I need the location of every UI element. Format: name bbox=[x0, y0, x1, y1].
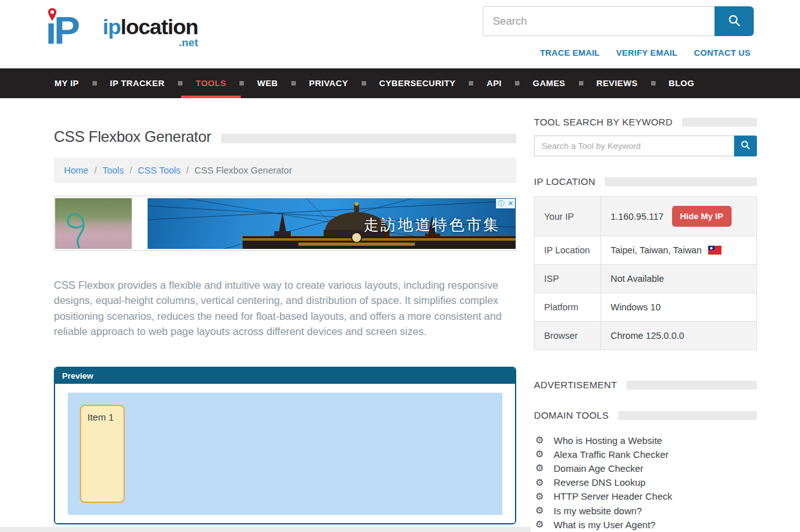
list-item[interactable]: ⚙Alexa Traffic Rank Checker bbox=[534, 447, 757, 461]
isp-value: Not Available bbox=[601, 265, 757, 293]
trace-email-link[interactable]: TRACE EMAIL bbox=[540, 48, 599, 58]
preview-panel-body: Item 1 bbox=[55, 384, 515, 523]
ip-location-table: Your IP 1.160.95.117 Hide My IP IP Locat… bbox=[534, 196, 757, 350]
breadcrumb-tools[interactable]: Tools bbox=[103, 165, 124, 175]
ad-banner[interactable]: 走訪地道特色市集 ⓘ ✕ bbox=[54, 196, 516, 251]
ad-close-icon[interactable]: ✕ bbox=[505, 199, 515, 208]
contact-us-link[interactable]: CONTACT US bbox=[694, 48, 751, 58]
table-row: ISP Not Available bbox=[535, 265, 757, 293]
nav-separator bbox=[651, 81, 656, 86]
verify-email-link[interactable]: VERIFY EMAIL bbox=[616, 48, 678, 58]
flexbox-preview-item[interactable]: Item 1 bbox=[80, 405, 125, 503]
heading-decorative-bar bbox=[605, 177, 757, 186]
search-icon bbox=[728, 14, 741, 29]
nav-separator bbox=[239, 81, 244, 86]
gear-icon: ⚙ bbox=[534, 462, 545, 474]
tool-search-input[interactable] bbox=[534, 136, 734, 156]
heading-decorative-bar bbox=[682, 118, 757, 127]
logo-word-net: .net bbox=[103, 37, 198, 49]
tool-description: CSS Flexbox provides a flexible and intu… bbox=[54, 277, 516, 339]
ad-image-building[interactable]: 走訪地道特色市集 ⓘ ✕ bbox=[148, 198, 516, 249]
nav-tools[interactable]: TOOLS bbox=[196, 68, 226, 98]
preview-panel-header: Preview bbox=[55, 368, 515, 384]
site-logo[interactable]: ıP iplocation .net bbox=[46, 4, 198, 57]
breadcrumb-current: CSS Flexbox Generator bbox=[194, 165, 292, 175]
hide-my-ip-button[interactable]: Hide My IP bbox=[672, 206, 732, 227]
nav-privacy[interactable]: PRIVACY bbox=[309, 68, 348, 98]
tool-search-heading: TOOL SEARCH BY KEYWORD bbox=[534, 117, 757, 127]
row-label: IP Location bbox=[535, 236, 601, 265]
list-item[interactable]: ⚙Who is Hosting a Website bbox=[534, 433, 757, 447]
row-label: Platform bbox=[535, 293, 601, 322]
domain-tools-list: ⚙Who is Hosting a Website ⚙Alexa Traffic… bbox=[534, 433, 757, 531]
heading-decorative-bar bbox=[618, 411, 757, 420]
breadcrumb-css-tools[interactable]: CSS Tools bbox=[138, 165, 181, 175]
list-item[interactable]: ⚙Domain Age Checker bbox=[534, 461, 757, 475]
domain-tools-heading: DOMAIN TOOLS bbox=[534, 410, 757, 421]
nav-separator bbox=[362, 81, 366, 86]
preview-panel: Preview Item 1 bbox=[54, 367, 516, 524]
taiwan-flag-icon bbox=[708, 246, 721, 255]
table-row: Platform Windows 10 bbox=[535, 293, 757, 322]
title-decorative-bar bbox=[221, 134, 516, 143]
logo-word-location: location bbox=[120, 15, 198, 39]
page-bottom-strip bbox=[0, 527, 531, 532]
heading-decorative-bar bbox=[626, 381, 757, 390]
ad-info-icon[interactable]: ⓘ bbox=[496, 199, 505, 208]
header-search-input[interactable] bbox=[483, 6, 714, 36]
gear-icon: ⚙ bbox=[534, 505, 545, 516]
tool-search-button[interactable] bbox=[734, 136, 757, 156]
platform-value: Windows 10 bbox=[601, 293, 757, 322]
nav-ip-tracker[interactable]: IP TRACKER bbox=[110, 68, 165, 98]
nav-separator bbox=[515, 81, 519, 86]
nav-web[interactable]: WEB bbox=[257, 68, 278, 98]
list-item[interactable]: ⚙What is my User Agent? bbox=[534, 517, 757, 531]
breadcrumb-home[interactable]: Home bbox=[64, 165, 89, 175]
nav-my-ip[interactable]: MY IP bbox=[54, 68, 79, 98]
logo-mark: ıP bbox=[46, 4, 100, 57]
nav-api[interactable]: API bbox=[486, 68, 502, 98]
tool-search bbox=[534, 136, 757, 156]
ip-location-heading: IP LOCATION bbox=[534, 176, 757, 187]
list-item[interactable]: ⚙Is my website down? bbox=[534, 504, 757, 517]
table-row: Browser Chrome 125.0.0.0 bbox=[535, 322, 757, 350]
table-row: Your IP 1.160.95.117 Hide My IP bbox=[535, 197, 757, 236]
breadcrumb-separator: / bbox=[130, 165, 132, 175]
logo-wordmark: iplocation .net bbox=[103, 15, 198, 49]
row-label: Your IP bbox=[535, 197, 601, 236]
header-search-button[interactable] bbox=[714, 6, 754, 36]
breadcrumb-separator: / bbox=[186, 165, 189, 175]
nav-blog[interactable]: BLOG bbox=[669, 68, 695, 98]
sidebar: TOOL SEARCH BY KEYWORD IP LOCATION bbox=[534, 117, 757, 531]
logo-word-ip: ip bbox=[103, 15, 120, 39]
nav-separator bbox=[92, 81, 97, 86]
main-nav: MY IP IP TRACKER TOOLS WEB PRIVACY CYBER… bbox=[0, 68, 800, 98]
your-ip-value: 1.160.95.117 bbox=[611, 212, 664, 222]
table-row: IP Location Taipei, Taiwan, Taiwan bbox=[535, 236, 757, 265]
gear-icon: ⚙ bbox=[534, 434, 545, 446]
main-column: CSS Flexbox Generator Home / Tools / CSS… bbox=[54, 98, 516, 524]
flexbox-preview-container: Item 1 bbox=[68, 393, 502, 515]
list-item[interactable]: ⚙HTTP Server Header Check bbox=[534, 490, 757, 504]
nav-separator bbox=[291, 81, 296, 86]
list-item[interactable]: ⚙Reverse DNS Lookup bbox=[534, 476, 757, 490]
advertisement-heading: ADVERTISEMENT bbox=[534, 379, 757, 390]
breadcrumb: Home / Tools / CSS Tools / CSS Flexbox G… bbox=[54, 158, 516, 183]
gear-icon: ⚙ bbox=[534, 448, 545, 460]
header-links: TRACE EMAIL VERIFY EMAIL CONTACT US bbox=[540, 48, 751, 58]
header-search bbox=[483, 6, 754, 36]
gear-icon: ⚙ bbox=[534, 477, 545, 488]
nav-separator bbox=[579, 81, 583, 86]
ad-headline[interactable]: 走訪地道特色市集 bbox=[364, 215, 500, 235]
location-pin-icon bbox=[47, 8, 58, 22]
gear-icon: ⚙ bbox=[534, 519, 545, 530]
nav-cybersecurity[interactable]: CYBERSECURITY bbox=[379, 68, 456, 98]
nav-separator bbox=[178, 81, 182, 86]
site-header: ıP iplocation .net TRACE EMAIL VERIFY EM… bbox=[0, 0, 800, 68]
nav-games[interactable]: GAMES bbox=[533, 68, 566, 98]
browser-value: Chrome 125.0.0.0 bbox=[601, 322, 757, 350]
ip-location-value: Taipei, Taiwan, Taiwan bbox=[611, 245, 702, 255]
nav-reviews[interactable]: REVIEWS bbox=[597, 68, 638, 98]
ad-image-landscape[interactable] bbox=[55, 198, 132, 249]
page: ıP iplocation .net TRACE EMAIL VERIFY EM… bbox=[0, 0, 800, 532]
